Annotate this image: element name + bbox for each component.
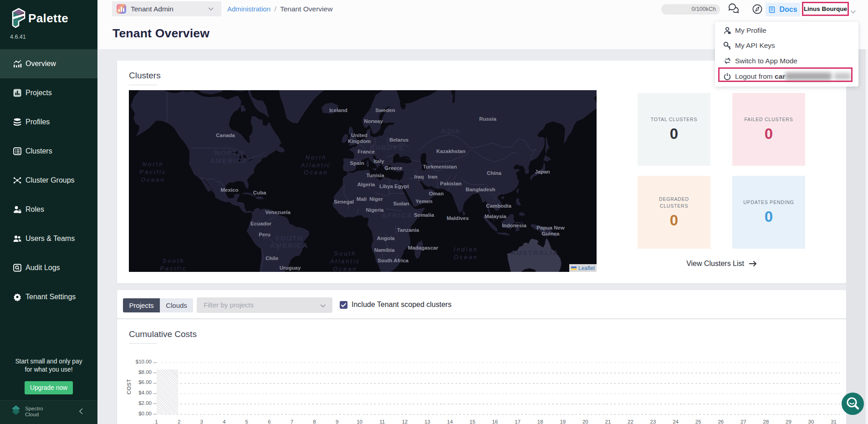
svg-text:Algeria: Algeria: [357, 182, 376, 187]
svg-text:South: South: [163, 257, 185, 264]
svg-text:Malaysia: Malaysia: [485, 214, 507, 219]
svg-text:Sweden: Sweden: [375, 107, 395, 113]
svg-text:Guinea: Guinea: [542, 231, 560, 236]
svg-text:Madagascar: Madagascar: [408, 245, 439, 250]
svg-text:Ocean: Ocean: [141, 176, 165, 183]
svg-text:Indonesia: Indonesia: [502, 223, 526, 228]
svg-text:Sudan: Sudan: [393, 201, 409, 206]
svg-text:Chile: Chile: [266, 255, 278, 261]
svg-text:Turkmenistan: Turkmenistan: [423, 164, 457, 169]
svg-text:Peru: Peru: [259, 232, 271, 237]
svg-text:North: North: [306, 154, 327, 161]
svg-text:Yemen: Yemen: [415, 199, 432, 204]
svg-text:Spectro: Spectro: [25, 406, 43, 411]
svg-text:Mexico: Mexico: [221, 187, 239, 193]
svg-text:ASIA: ASIA: [441, 127, 461, 135]
svg-text:Cloud: Cloud: [25, 412, 39, 417]
svg-text:Tunisia: Tunisia: [366, 173, 384, 178]
svg-text:Indian: Indian: [454, 246, 478, 253]
svg-text:Atlantic: Atlantic: [330, 258, 361, 265]
svg-text:China: China: [487, 170, 502, 176]
svg-text:Iceland: Iceland: [329, 107, 347, 113]
svg-text:Greece: Greece: [384, 165, 402, 171]
svg-text:Kazakhstan: Kazakhstan: [436, 148, 465, 154]
svg-text:Venezuela: Venezuela: [265, 209, 291, 215]
svg-text:Spain: Spain: [350, 160, 364, 166]
svg-text:AFRICA: AFRICA: [382, 211, 413, 219]
svg-text:Canada: Canada: [216, 133, 235, 138]
svg-text:Bangladesh: Bangladesh: [465, 187, 495, 192]
svg-text:South Africa: South Africa: [378, 258, 409, 263]
svg-text:Iran: Iran: [428, 174, 437, 179]
svg-text:Ocean: Ocean: [304, 169, 328, 176]
svg-text:Uruguay: Uruguay: [280, 265, 301, 271]
svg-text:Maldives: Maldives: [447, 215, 469, 221]
svg-text:Egypt: Egypt: [394, 184, 409, 189]
svg-text:Japan: Japan: [535, 169, 550, 174]
svg-text:Atlantic: Atlantic: [301, 162, 332, 169]
svg-text:AMERICA: AMERICA: [210, 157, 248, 164]
svg-text:AUSTRALIA: AUSTRALIA: [511, 249, 559, 256]
svg-text:Palette: Palette: [28, 11, 68, 25]
svg-text:Tanzania: Tanzania: [397, 227, 419, 233]
svg-text:Pacific: Pacific: [160, 265, 187, 272]
svg-text:Italy: Italy: [373, 158, 384, 164]
svg-text:Ocean: Ocean: [333, 266, 357, 272]
svg-text:NORTH: NORTH: [214, 149, 243, 157]
svg-text:Norway: Norway: [364, 118, 383, 124]
svg-text:Angola: Angola: [377, 235, 395, 241]
svg-text:Pakistan: Pakistan: [440, 181, 461, 186]
svg-text:Ecuador: Ecuador: [250, 221, 272, 226]
svg-text:Kingdom: Kingdom: [348, 138, 371, 144]
svg-text:Iraq: Iraq: [414, 174, 424, 179]
svg-text:Libya: Libya: [379, 184, 393, 189]
svg-text:Papua New: Papua New: [536, 225, 564, 230]
svg-text:Senegal: Senegal: [334, 199, 354, 204]
svg-text:South: South: [334, 250, 357, 257]
svg-text:Niger: Niger: [369, 196, 383, 202]
svg-text:EUROPE: EUROPE: [370, 143, 404, 151]
svg-text:AMERICA: AMERICA: [270, 241, 308, 249]
svg-text:Somalia: Somalia: [414, 212, 434, 218]
svg-text:Mali: Mali: [357, 196, 367, 202]
svg-text:Oman: Oman: [429, 191, 444, 196]
svg-text:United: United: [351, 133, 368, 138]
svg-text:Ocean: Ocean: [454, 254, 478, 261]
svg-text:Namibia: Namibia: [374, 247, 395, 253]
svg-text:North: North: [143, 161, 164, 168]
svg-text:Cuba: Cuba: [253, 190, 266, 195]
svg-text:Pacific: Pacific: [139, 169, 166, 175]
svg-text:Cambodia: Cambodia: [486, 203, 511, 209]
svg-text:Belarus: Belarus: [389, 137, 408, 143]
svg-text:SOUTH: SOUTH: [275, 234, 304, 242]
svg-text:Russia: Russia: [479, 116, 496, 122]
